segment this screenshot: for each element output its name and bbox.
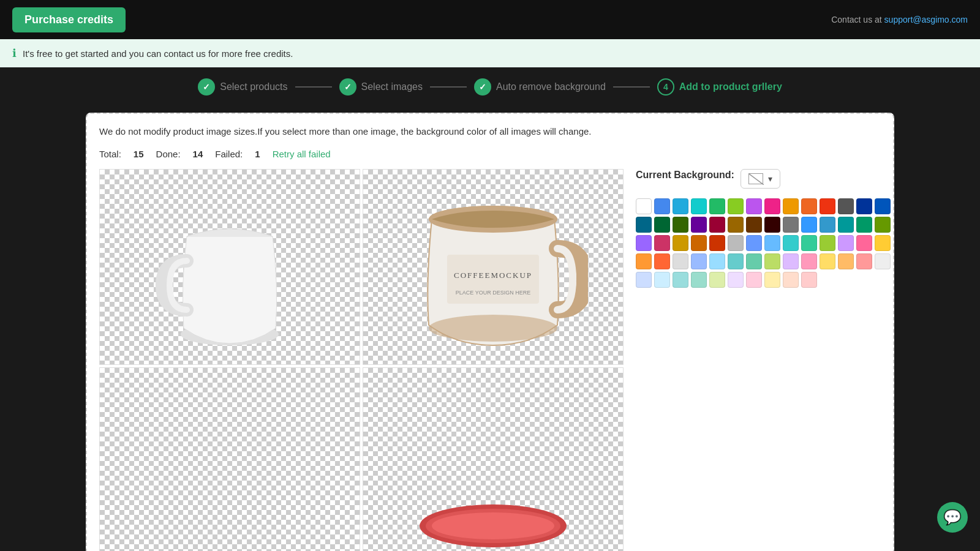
color-swatch[interactable]: [728, 253, 744, 269]
step-3: ✓ Auto remove background: [474, 78, 606, 96]
color-swatch[interactable]: [636, 198, 652, 214]
color-swatch[interactable]: [673, 217, 688, 233]
color-swatch[interactable]: [820, 253, 835, 269]
step-3-label: Auto remove background: [496, 81, 606, 92]
content-box: We do not modify product image sizes.If …: [86, 113, 894, 551]
color-swatch[interactable]: [783, 217, 799, 233]
chat-icon: 💬: [943, 509, 962, 526]
color-swatch[interactable]: [691, 217, 707, 233]
color-swatch[interactable]: [673, 198, 688, 214]
color-swatch[interactable]: [728, 217, 744, 233]
color-swatch[interactable]: [746, 253, 762, 269]
step-2-label: Select images: [361, 81, 423, 92]
image-cell-4: [363, 367, 624, 551]
color-swatch[interactable]: [875, 253, 891, 269]
step-2: ✓ Select images: [339, 78, 423, 96]
color-swatch[interactable]: [801, 235, 817, 251]
transparent-indicator: [749, 174, 764, 185]
purchase-credits-button[interactable]: Purchase credits: [12, 7, 126, 32]
description-text: We do not modify product image sizes.If …: [99, 126, 881, 137]
color-swatch[interactable]: [838, 217, 854, 233]
image-cell-2: COFFEEMOCKUP PLACE YOUR DESIGN HERE: [363, 169, 624, 365]
color-swatch[interactable]: [764, 235, 780, 251]
color-swatch[interactable]: [856, 217, 872, 233]
color-swatch[interactable]: [728, 198, 744, 214]
color-swatch[interactable]: [801, 198, 817, 214]
bg-preview-swatch: [748, 173, 763, 184]
color-swatch[interactable]: [654, 272, 670, 288]
color-swatch[interactable]: [654, 198, 670, 214]
color-swatch[interactable]: [801, 253, 817, 269]
color-swatch[interactable]: [764, 253, 780, 269]
color-swatch[interactable]: [783, 198, 799, 214]
color-swatch[interactable]: [764, 272, 780, 288]
svg-text:PLACE YOUR DESIGN HERE: PLACE YOUR DESIGN HERE: [456, 290, 530, 296]
color-swatch[interactable]: [875, 198, 891, 214]
bg-preview-box[interactable]: ▾: [741, 169, 780, 189]
color-swatch[interactable]: [636, 253, 652, 269]
image-cell-1: [99, 169, 360, 365]
color-swatch[interactable]: [746, 198, 762, 214]
color-swatch[interactable]: [654, 235, 670, 251]
failed-value: 1: [255, 149, 260, 159]
step-2-icon: ✓: [339, 78, 356, 96]
color-swatch[interactable]: [746, 235, 762, 251]
steps-bar: ✓ Select products ✓ Select images ✓ Auto…: [0, 67, 980, 107]
color-swatch[interactable]: [636, 217, 652, 233]
color-swatch[interactable]: [783, 272, 799, 288]
color-swatch[interactable]: [636, 235, 652, 251]
color-swatch[interactable]: [654, 217, 670, 233]
color-swatch[interactable]: [746, 217, 762, 233]
color-swatch[interactable]: [820, 198, 835, 214]
color-swatch[interactable]: [875, 235, 891, 251]
color-swatch[interactable]: [709, 253, 725, 269]
color-swatch[interactable]: [856, 253, 872, 269]
color-swatch[interactable]: [654, 253, 670, 269]
color-swatch[interactable]: [764, 198, 780, 214]
color-swatch[interactable]: [709, 272, 725, 288]
color-swatch[interactable]: [856, 198, 872, 214]
color-swatch[interactable]: [709, 198, 725, 214]
color-swatch[interactable]: [838, 235, 854, 251]
images-grid: COFFEEMOCKUP PLACE YOUR DESIGN HERE: [99, 169, 624, 551]
main-container: We do not modify product image sizes.If …: [0, 107, 980, 551]
step-separator-1: [295, 86, 332, 88]
color-swatch[interactable]: [691, 272, 707, 288]
color-swatch[interactable]: [673, 272, 688, 288]
color-swatch[interactable]: [801, 217, 817, 233]
color-swatch[interactable]: [783, 253, 799, 269]
color-swatch[interactable]: [746, 272, 762, 288]
step-3-icon: ✓: [474, 78, 491, 96]
color-swatch[interactable]: [673, 253, 688, 269]
color-swatch[interactable]: [673, 235, 688, 251]
color-swatch[interactable]: [838, 198, 854, 214]
color-swatch[interactable]: [820, 217, 835, 233]
color-swatch[interactable]: [691, 253, 707, 269]
color-swatch[interactable]: [764, 217, 780, 233]
color-swatch[interactable]: [728, 272, 744, 288]
contact-info: Contact us at support@asgimo.com: [831, 15, 968, 24]
color-swatch[interactable]: [875, 217, 891, 233]
color-swatch[interactable]: [783, 235, 799, 251]
color-swatch[interactable]: [728, 235, 744, 251]
done-label: Done:: [156, 149, 181, 159]
chat-widget[interactable]: 💬: [937, 502, 968, 533]
retry-all-failed-button[interactable]: Retry all failed: [273, 149, 331, 159]
step-1-label: Select products: [220, 81, 287, 92]
color-swatch[interactable]: [691, 198, 707, 214]
color-swatch[interactable]: [820, 235, 835, 251]
contact-email: support@asgimo.com: [884, 15, 968, 24]
color-panel: Current Background: ▾: [636, 169, 881, 551]
color-swatch[interactable]: [691, 235, 707, 251]
color-swatch[interactable]: [709, 235, 725, 251]
product-image-4: [401, 501, 585, 551]
color-swatch[interactable]: [709, 217, 725, 233]
color-swatch[interactable]: [838, 253, 854, 269]
done-value: 14: [193, 149, 203, 159]
color-swatch[interactable]: [801, 272, 817, 288]
color-swatch[interactable]: [636, 272, 652, 288]
color-swatch[interactable]: [856, 235, 872, 251]
current-bg-label: Current Background:: [636, 170, 734, 181]
info-icon: ℹ: [12, 47, 17, 60]
step-1: ✓ Select products: [198, 78, 287, 96]
